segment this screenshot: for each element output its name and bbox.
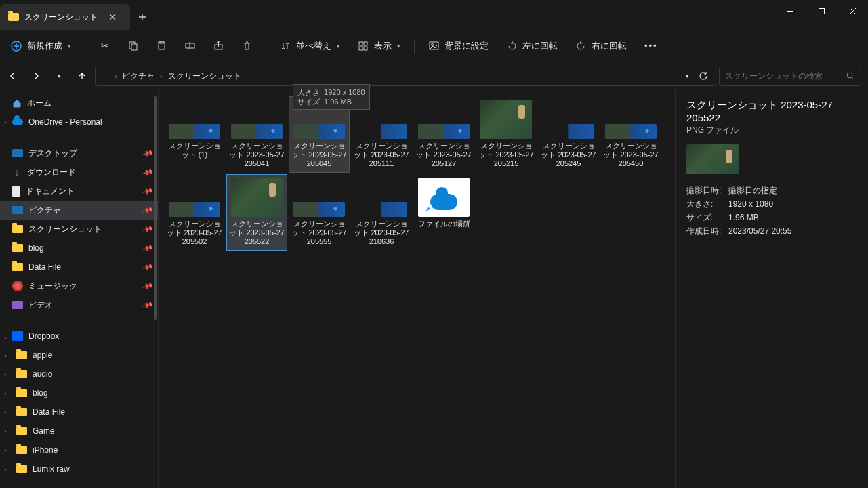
more-button[interactable]: ••• bbox=[638, 37, 665, 55]
file-item[interactable]: スクリーンショット 2023-05-27 205502 bbox=[164, 174, 225, 251]
breadcrumb-item[interactable]: ピクチャ bbox=[122, 70, 154, 82]
refresh-button[interactable] bbox=[695, 66, 711, 86]
sidebar-item[interactable]: デスクトップ📌 bbox=[0, 144, 158, 163]
rotate-left-button[interactable]: 左に回転 bbox=[499, 36, 564, 56]
minimize-button[interactable] bbox=[774, 0, 806, 22]
tab-close-button[interactable] bbox=[103, 7, 122, 26]
home-icon bbox=[12, 98, 22, 108]
sidebar-onedrive[interactable]: › OneDrive - Personal bbox=[0, 113, 158, 131]
plus-circle-icon bbox=[11, 41, 22, 52]
file-item[interactable]: スクリーンショット 2023-05-27 205215 bbox=[476, 96, 537, 173]
sidebar-item[interactable]: ›audio bbox=[0, 365, 158, 384]
tooltip-line: 大きさ: 1920 x 1080 bbox=[297, 89, 365, 97]
thumbnail bbox=[480, 100, 532, 139]
address-bar[interactable]: › ピクチャ › スクリーンショット ▾ bbox=[95, 66, 716, 86]
sidebar-item[interactable]: blog📌 bbox=[0, 239, 158, 258]
thumbnail bbox=[356, 202, 407, 217]
file-name: スクリーンショット 2023-05-27 205522 bbox=[228, 220, 285, 246]
sidebar-item[interactable]: ›Data File bbox=[0, 403, 158, 422]
breadcrumb-item[interactable]: スクリーンショット bbox=[168, 70, 241, 82]
close-button[interactable] bbox=[837, 0, 868, 22]
file-item[interactable]: スクリーンショット 2023-05-27 205450 bbox=[600, 96, 661, 173]
back-button[interactable] bbox=[3, 66, 23, 86]
chevron-right-icon[interactable]: › bbox=[1, 119, 9, 126]
folder-icon bbox=[16, 370, 27, 378]
address-dropdown-button[interactable]: ▾ bbox=[680, 66, 694, 86]
details-label: 大きさ: bbox=[686, 197, 728, 211]
copy-button[interactable] bbox=[121, 37, 145, 56]
sidebar-home[interactable]: ホーム bbox=[0, 94, 158, 113]
chevron-right-icon[interactable]: › bbox=[1, 466, 9, 473]
pin-icon: 📌 bbox=[142, 280, 154, 292]
sidebar-label: apple bbox=[33, 350, 52, 360]
chevron-right-icon[interactable]: › bbox=[1, 428, 9, 435]
file-item[interactable]: スクリーンショット 2023-05-27 205041 bbox=[226, 96, 287, 173]
file-item[interactable]: スクリーンショット (1) bbox=[164, 96, 225, 173]
chevron-right-icon[interactable]: › bbox=[1, 352, 9, 359]
search-input[interactable] bbox=[725, 71, 846, 81]
sidebar-item[interactable]: ピクチャ📌 bbox=[0, 201, 158, 220]
file-name: スクリーンショット 2023-05-27 205045 bbox=[291, 142, 348, 168]
sidebar-item[interactable]: ›apple bbox=[0, 346, 158, 365]
window-tab[interactable]: スクリーンショット bbox=[0, 4, 130, 30]
sidebar-label: ピクチャ bbox=[28, 205, 61, 216]
sort-button[interactable]: 並べ替え▾ bbox=[273, 36, 347, 56]
share-button[interactable] bbox=[206, 37, 230, 56]
sidebar-item[interactable]: ›Game bbox=[0, 422, 158, 441]
copy-icon bbox=[127, 41, 138, 52]
folder-icon bbox=[16, 446, 27, 454]
sidebar-item[interactable]: ›Lumix raw bbox=[0, 460, 158, 479]
rotate-right-button[interactable]: 右に回転 bbox=[569, 36, 634, 56]
sidebar-item[interactable]: ミュージック📌 bbox=[0, 277, 158, 296]
details-row: 大きさ:1920 x 1080 bbox=[686, 197, 857, 211]
file-item[interactable]: スクリーンショット 2023-05-27 205522 bbox=[226, 174, 287, 251]
new-button[interactable]: 新規作成 ▾ bbox=[4, 36, 78, 56]
file-item[interactable]: スクリーンショット 2023-05-27 210636 bbox=[351, 174, 412, 251]
file-item[interactable]: スクリーンショット 2023-05-27 205127 bbox=[413, 96, 474, 173]
maximize-button[interactable] bbox=[806, 0, 837, 22]
sidebar-item[interactable]: ↓ダウンロード📌 bbox=[0, 163, 158, 182]
set-background-button[interactable]: 背景に設定 bbox=[421, 36, 495, 56]
set-bg-label: 背景に設定 bbox=[445, 40, 489, 52]
chevron-right-icon[interactable]: › bbox=[1, 447, 9, 454]
sidebar-item[interactable]: Data File📌 bbox=[0, 258, 158, 277]
view-button[interactable]: 表示▾ bbox=[351, 36, 407, 56]
new-tab-button[interactable] bbox=[130, 4, 154, 30]
sidebar-label: スクリーンショット bbox=[28, 224, 102, 235]
folder-icon bbox=[100, 73, 109, 80]
thumbnail bbox=[543, 124, 594, 139]
delete-button[interactable] bbox=[234, 37, 259, 56]
search-box[interactable] bbox=[719, 66, 861, 86]
details-title: スクリーンショット 2023-05-27 205522 bbox=[686, 99, 857, 123]
file-view[interactable]: 大きさ: 1920 x 1080 サイズ: 1.96 MB スクリーンショット … bbox=[159, 89, 676, 488]
file-item[interactable]: ↗ファイルの場所 bbox=[413, 174, 474, 251]
file-item[interactable]: スクリーンショット 2023-05-27 205555 bbox=[289, 174, 350, 251]
chevron-right-icon[interactable]: › bbox=[1, 390, 9, 397]
sidebar-item[interactable]: ドキュメント📌 bbox=[0, 182, 158, 201]
sidebar-item[interactable]: ビデオ📌 bbox=[0, 296, 158, 314]
rename-button[interactable] bbox=[178, 37, 202, 56]
cut-button[interactable]: ✂ bbox=[92, 37, 117, 56]
sidebar-item[interactable]: ›iPhone bbox=[0, 441, 158, 460]
svg-rect-10 bbox=[359, 47, 363, 50]
titlebar: スクリーンショット bbox=[0, 0, 868, 30]
sidebar-dropbox[interactable]: ⌄ Dropbox bbox=[0, 327, 158, 346]
details-subtitle: PNG ファイル bbox=[686, 125, 857, 136]
forward-button[interactable] bbox=[26, 66, 46, 86]
sidebar-item[interactable]: ›blog bbox=[0, 384, 158, 403]
details-value: 撮影日の指定 bbox=[728, 184, 777, 197]
chevron-down-icon: ▾ bbox=[397, 43, 400, 49]
chevron-right-icon[interactable]: › bbox=[1, 371, 9, 378]
desktop-icon bbox=[12, 149, 23, 157]
recent-button[interactable]: ▾ bbox=[49, 66, 69, 86]
folder-icon bbox=[12, 244, 23, 252]
chevron-down-icon[interactable]: ⌄ bbox=[1, 333, 9, 340]
sidebar-item[interactable]: スクリーンショット📌 bbox=[0, 220, 158, 239]
sidebar-label: blog bbox=[33, 388, 48, 398]
paste-button[interactable] bbox=[149, 37, 173, 56]
chevron-right-icon[interactable]: › bbox=[1, 409, 9, 416]
up-button[interactable] bbox=[72, 66, 92, 86]
file-item[interactable]: スクリーンショット 2023-05-27 205245 bbox=[538, 96, 599, 173]
thumbnail: ↗ bbox=[418, 178, 470, 217]
video-icon bbox=[12, 301, 23, 309]
